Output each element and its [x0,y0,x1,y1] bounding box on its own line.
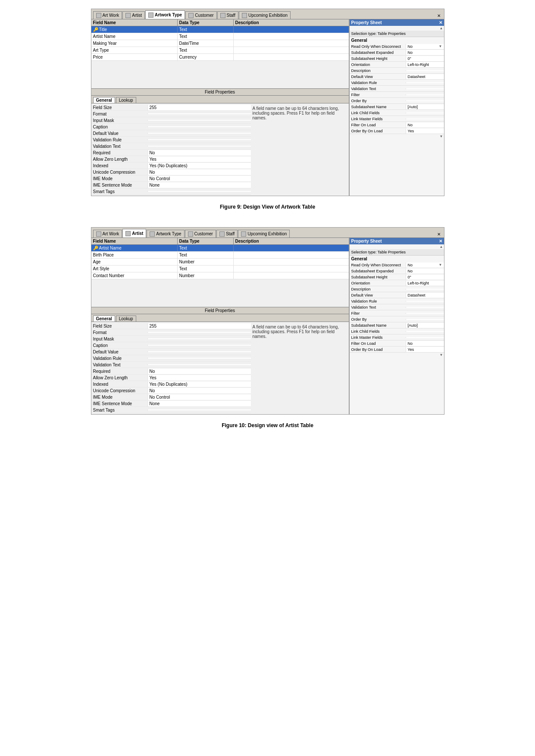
fp-value[interactable] [147,338,251,339]
tab-upcoming[interactable]: Upcoming Exhibition [239,11,291,19]
ps-prop-value[interactable] [406,337,444,338]
fp-value[interactable]: None [147,182,251,188]
ps-prop-value[interactable]: Yes [406,347,444,352]
ps-close-btn[interactable]: ✕ [439,239,442,244]
fp-value[interactable] [147,126,251,127]
ps-prop-value[interactable]: No [406,341,444,346]
fp-value[interactable] [147,409,251,410]
table-row[interactable]: Art Type Text [91,47,349,54]
table-row[interactable]: Contact Number Number [91,272,349,279]
page-container: Art Work Artist Artwork Type Customer St… [9,9,526,428]
fp-value[interactable]: Yes [147,156,251,162]
fp-value[interactable]: No Control [147,176,251,181]
table-row[interactable]: Age Number [91,259,349,266]
ps-prop-value[interactable]: Left-to-Right [406,62,444,67]
ps-prop-value[interactable]: No▼ [406,262,444,268]
scroll-up[interactable]: ▲ [350,26,444,31]
fp-value[interactable]: 255 [147,323,251,329]
property-sheet-f10: Property Sheet ✕ ▲ Selection type: Table… [349,238,444,414]
ps-prop-value[interactable] [406,70,444,71]
ps-prop-value[interactable] [406,307,444,308]
ps-prop-value[interactable] [406,319,444,320]
fp-label: Smart Tags [91,189,147,194]
fp-value[interactable] [147,332,251,333]
fp-label: Format [91,111,147,117]
ps-prop-value[interactable]: No [406,50,444,55]
fp-label: Default Value [91,131,147,136]
ps-prop-value[interactable]: No▼ [406,44,444,49]
ps-row: Subdatasheet Expanded No [350,268,444,274]
table-row[interactable]: Making Year Date/Time [91,40,349,47]
tab-artist-f10[interactable]: Artist [122,229,146,237]
fp-value[interactable] [147,345,251,346]
fp-value[interactable]: No [147,369,251,374]
tab-customer[interactable]: Customer [185,11,216,19]
scroll-up-f10[interactable]: ▲ [350,244,444,249]
table-row[interactable]: Art Style Text [91,266,349,272]
tab-artworktype-f10[interactable]: Artwork Type [147,230,184,237]
ps-prop-value[interactable] [406,82,444,83]
table-row[interactable]: Price Currency [91,54,349,61]
window-close-btn[interactable]: ✕ [435,12,442,19]
table-row[interactable]: 🔑 Artist Name Text [91,245,349,252]
scroll-down-f10[interactable]: ▼ [350,353,444,357]
tab-artwork[interactable]: Art Work [93,11,122,19]
ps-prop-value[interactable]: 0" [406,275,444,280]
ps-prop-value[interactable] [406,301,444,302]
fp-tab-general[interactable]: General [93,97,115,103]
fp-tab-general-f10[interactable]: General [93,316,115,322]
fp-value[interactable] [147,139,251,140]
ps-prop-value[interactable] [406,100,444,101]
fp-value[interactable]: No [147,169,251,175]
ps-prop-value[interactable] [406,313,444,314]
tab-customer-f10[interactable]: Customer [185,230,216,237]
ps-prop-value[interactable]: Left-to-Right [406,281,444,286]
fp-value[interactable] [147,191,251,192]
fp-value[interactable] [147,351,251,352]
table-row[interactable]: Artist Name Text [91,33,349,40]
ps-prop-value[interactable]: Datasheet [406,74,444,79]
fp-value[interactable]: Yes (No Duplicates) [147,163,251,169]
fp-label: Input Mask [91,336,147,342]
tab-staff[interactable]: Staff [217,11,238,19]
table-row[interactable]: Birth Place Text [91,252,349,259]
fp-value[interactable] [147,113,251,114]
ps-prop-value[interactable] [406,112,444,113]
fp-value[interactable]: No [147,388,251,394]
fp-value[interactable]: Yes [147,375,251,381]
fp-value[interactable] [147,358,251,359]
fp-value[interactable] [147,133,251,134]
fp-tab-lookup-f10[interactable]: Lookup [116,316,136,322]
ps-prop-value[interactable]: No [406,269,444,274]
ps-close-btn[interactable]: ✕ [439,20,442,25]
fp-tab-lookup[interactable]: Lookup [116,97,136,103]
tab-artist[interactable]: Artist [122,11,145,19]
tab-artworktype[interactable]: Artwork Type [145,10,185,19]
fp-value[interactable]: None [147,401,251,406]
ps-prop-value[interactable] [406,289,444,290]
tab-upcoming-f10[interactable]: Upcoming Exhibition [238,230,290,237]
ps-prop-value[interactable]: [Auto] [406,104,444,109]
ps-prop-value[interactable] [406,88,444,89]
ps-prop-value[interactable]: Datasheet [406,293,444,298]
ps-prop-value[interactable]: 0" [406,56,444,61]
fp-value[interactable] [147,364,251,365]
ps-prop-value[interactable] [406,94,444,95]
fp-value[interactable] [147,146,251,147]
ps-prop-value[interactable]: Yes [406,128,444,134]
ps-prop-value[interactable] [406,331,444,332]
ps-prop-value[interactable] [406,119,444,119]
fp-value[interactable] [147,120,251,121]
fp-value[interactable]: No [147,150,251,156]
ps-prop-value[interactable]: [Auto] [406,323,444,328]
window-close-btn[interactable]: ✕ [435,231,442,237]
ps-prop-value[interactable]: No [406,122,444,128]
fp-value[interactable]: No Control [147,394,251,400]
tab-artwork-f10[interactable]: Art Work [93,230,122,237]
scroll-down[interactable]: ▼ [350,134,444,139]
ps-prop-name: Validation Rule [350,80,406,85]
table-row[interactable]: 🔑 Title Text [91,26,349,33]
fp-value[interactable]: Yes (No Duplicates) [147,381,251,387]
tab-staff-f10[interactable]: Staff [216,230,238,237]
fp-value[interactable]: 255 [147,105,251,110]
